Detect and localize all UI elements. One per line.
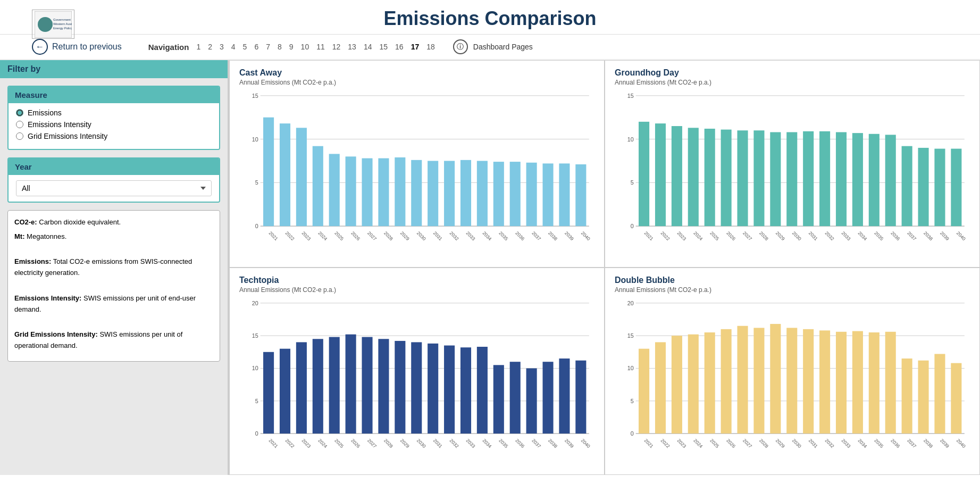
nav-number-1[interactable]: 1 bbox=[194, 41, 203, 52]
svg-text:0: 0 bbox=[255, 223, 258, 229]
nav-number-12[interactable]: 12 bbox=[330, 41, 343, 52]
nav-number-11[interactable]: 11 bbox=[314, 41, 327, 52]
nav-number-16[interactable]: 16 bbox=[393, 41, 406, 52]
svg-rect-97 bbox=[934, 149, 945, 227]
svg-text:10: 10 bbox=[252, 365, 258, 371]
svg-rect-41 bbox=[493, 162, 504, 226]
svg-rect-145 bbox=[542, 362, 553, 433]
svg-text:2027: 2027 bbox=[742, 438, 753, 449]
svg-text:15: 15 bbox=[252, 93, 258, 99]
nav-number-13[interactable]: 13 bbox=[346, 41, 358, 52]
nav-number-2[interactable]: 2 bbox=[206, 41, 214, 52]
svg-rect-135 bbox=[460, 347, 471, 433]
nav-number-9[interactable]: 9 bbox=[287, 41, 296, 52]
svg-rect-127 bbox=[395, 341, 405, 433]
dashboard-pages-label: Dashboard Pages bbox=[473, 43, 533, 51]
nav-number-3[interactable]: 3 bbox=[217, 41, 226, 52]
chart-title-groundhog-day: Groundhog Day bbox=[615, 68, 970, 78]
svg-rect-147 bbox=[559, 358, 569, 433]
svg-text:2032: 2032 bbox=[449, 230, 460, 241]
info-icon[interactable]: ⓘ bbox=[453, 39, 468, 54]
svg-text:2022: 2022 bbox=[660, 438, 671, 449]
nav-bar: ← Return to previous Navigation 12345678… bbox=[0, 35, 980, 60]
svg-text:0: 0 bbox=[631, 223, 634, 229]
svg-rect-185 bbox=[836, 332, 847, 433]
svg-rect-177 bbox=[770, 324, 781, 433]
svg-rect-37 bbox=[460, 160, 471, 226]
svg-rect-169 bbox=[705, 332, 715, 433]
svg-text:2038: 2038 bbox=[923, 438, 934, 449]
svg-rect-173 bbox=[737, 326, 748, 433]
svg-rect-77 bbox=[770, 132, 781, 227]
svg-text:2028: 2028 bbox=[383, 230, 394, 241]
measure-options: EmissionsEmissions IntensityGrid Emissio… bbox=[9, 103, 219, 149]
svg-text:2028: 2028 bbox=[758, 438, 769, 449]
svg-text:2037: 2037 bbox=[906, 438, 917, 449]
year-select[interactable]: All2021202220232024202520262027202820292… bbox=[16, 180, 212, 196]
chart-subtitle-double-bubble: Annual Emissions (Mt CO2-e p.a.) bbox=[615, 286, 970, 294]
svg-rect-39 bbox=[477, 161, 488, 226]
chart-subtitle-groundhog-day: Annual Emissions (Mt CO2-e p.a.) bbox=[615, 79, 970, 86]
page-title: Emissions Comparison bbox=[0, 7, 980, 30]
svg-text:Western Australia: Western Australia bbox=[53, 22, 72, 26]
svg-rect-69 bbox=[705, 129, 715, 226]
svg-text:2034: 2034 bbox=[857, 230, 868, 241]
svg-rect-111 bbox=[263, 352, 274, 433]
svg-text:2026: 2026 bbox=[350, 230, 361, 241]
svg-rect-91 bbox=[885, 135, 896, 226]
chart-svg-cast-away: 0510152021202220232024202520262027202820… bbox=[239, 90, 594, 257]
svg-rect-29 bbox=[395, 157, 405, 226]
svg-text:2036: 2036 bbox=[890, 230, 901, 241]
nav-number-8[interactable]: 8 bbox=[275, 41, 284, 52]
measure-option-emissions[interactable]: Emissions bbox=[16, 109, 212, 117]
back-label: Return to previous bbox=[52, 42, 122, 52]
nav-number-14[interactable]: 14 bbox=[362, 41, 374, 52]
svg-text:2029: 2029 bbox=[775, 230, 786, 241]
svg-rect-193 bbox=[902, 358, 912, 433]
svg-rect-189 bbox=[869, 332, 880, 433]
svg-rect-143 bbox=[526, 368, 537, 433]
nav-numbers: 123456789101112131415161718 bbox=[194, 41, 437, 52]
chart-title-techtopia: Techtopia bbox=[239, 276, 594, 285]
svg-rect-171 bbox=[721, 329, 732, 433]
nav-number-15[interactable]: 15 bbox=[377, 41, 390, 52]
svg-rect-71 bbox=[721, 130, 732, 227]
svg-rect-89 bbox=[869, 134, 880, 226]
svg-text:2037: 2037 bbox=[906, 230, 917, 241]
definitions-box: CO2-e: Carbon dioxide equivalent. Mt: Me… bbox=[7, 210, 220, 362]
back-button[interactable]: ← Return to previous bbox=[32, 39, 122, 55]
svg-rect-61 bbox=[639, 122, 649, 226]
navigation-label: Navigation bbox=[148, 43, 189, 52]
svg-text:5: 5 bbox=[255, 398, 258, 404]
logo: Government of Western Australia Energy P… bbox=[32, 10, 74, 39]
nav-number-7[interactable]: 7 bbox=[264, 41, 272, 52]
measure-option-grid-emissions-intensity[interactable]: Grid Emissions Intensity bbox=[16, 132, 212, 140]
nav-number-5[interactable]: 5 bbox=[241, 41, 249, 52]
svg-rect-113 bbox=[280, 349, 290, 433]
svg-text:0: 0 bbox=[631, 430, 634, 437]
svg-text:2036: 2036 bbox=[514, 230, 525, 241]
nav-number-4[interactable]: 4 bbox=[229, 41, 238, 52]
svg-text:Government of: Government of bbox=[53, 18, 72, 21]
svg-text:2026: 2026 bbox=[350, 438, 361, 449]
nav-number-17[interactable]: 17 bbox=[409, 41, 422, 52]
svg-rect-75 bbox=[753, 130, 764, 226]
svg-rect-183 bbox=[819, 330, 830, 433]
def-emissions-intensity: Emissions Intensity: SWIS emissions per … bbox=[14, 282, 213, 315]
svg-rect-137 bbox=[477, 347, 488, 433]
svg-rect-129 bbox=[411, 342, 422, 433]
svg-rect-121 bbox=[346, 335, 356, 433]
svg-text:2024: 2024 bbox=[317, 230, 328, 241]
svg-text:5: 5 bbox=[631, 179, 634, 186]
svg-rect-25 bbox=[362, 158, 372, 227]
svg-text:2033: 2033 bbox=[465, 438, 476, 449]
nav-number-18[interactable]: 18 bbox=[424, 41, 437, 52]
svg-text:10: 10 bbox=[627, 136, 634, 143]
nav-number-6[interactable]: 6 bbox=[252, 41, 261, 52]
svg-text:2026: 2026 bbox=[725, 230, 736, 241]
svg-rect-31 bbox=[411, 160, 422, 226]
measure-option-emissions-intensity[interactable]: Emissions Intensity bbox=[16, 120, 212, 129]
measure-header: Measure bbox=[9, 87, 219, 103]
nav-number-10[interactable]: 10 bbox=[299, 41, 312, 52]
svg-rect-73 bbox=[737, 130, 748, 226]
